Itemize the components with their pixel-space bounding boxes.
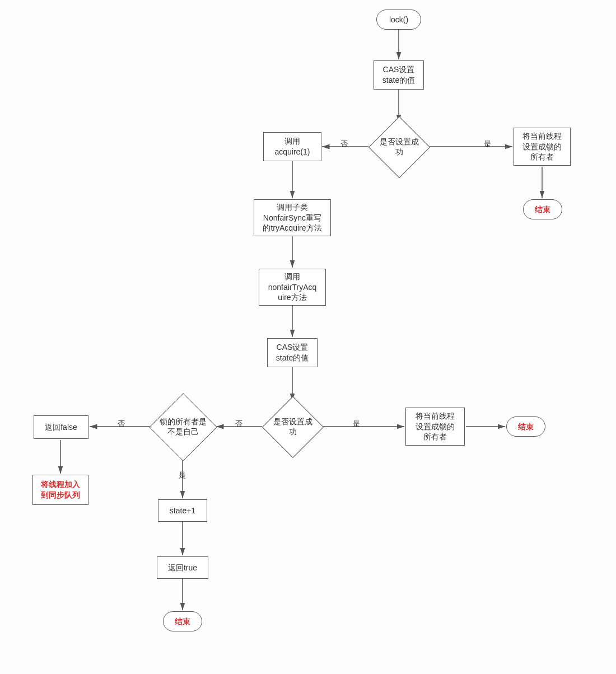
acquire-node: 调用 acquire(1) xyxy=(263,132,321,161)
end2-label: 结束 xyxy=(518,422,534,432)
dec2-yes-label: 是 xyxy=(353,419,360,429)
dec2-no-label: 否 xyxy=(235,419,242,429)
setowner2-label: 将当前线程 设置成锁的 所有者 xyxy=(416,411,455,443)
end1-node: 结束 xyxy=(523,199,562,219)
setowner1-node: 将当前线程 设置成锁的 所有者 xyxy=(514,128,571,166)
setowner2-node: 将当前线程 设置成锁的 所有者 xyxy=(405,408,465,446)
cas2-label: CAS设置 state的值 xyxy=(276,342,309,363)
dec3-no-label: 否 xyxy=(118,419,125,429)
rettrue-node: 返回true xyxy=(157,556,208,579)
retfalse-label: 返回false xyxy=(45,422,77,433)
start-node: lock() xyxy=(376,10,421,30)
stateinc-node: state+1 xyxy=(158,499,207,522)
retfalse-node: 返回false xyxy=(34,415,88,439)
nonfairtry-node: 调用 nonfairTryAcq uire方法 xyxy=(259,269,326,306)
end3-label: 结束 xyxy=(175,616,190,627)
setowner1-label: 将当前线程 设置成锁的 所有者 xyxy=(522,131,562,163)
enqueue-label: 将线程加入 到同步队列 xyxy=(41,479,80,500)
tryacquire-label: 调用子类 NonfairSync重写 的tryAcquire方法 xyxy=(263,202,321,234)
acquire-label: 调用 acquire(1) xyxy=(274,136,310,157)
dec1-node: 是否设置成功 xyxy=(368,116,430,178)
dec1-yes-label: 是 xyxy=(484,139,491,149)
start-label: lock() xyxy=(389,15,408,25)
cas1-label: CAS设置 state的值 xyxy=(382,64,415,86)
rettrue-label: 返回true xyxy=(168,563,197,573)
end2-node: 结束 xyxy=(506,416,545,437)
enqueue-node: 将线程加入 到同步队列 xyxy=(32,475,88,505)
end3-node: 结束 xyxy=(163,611,202,631)
nonfairtry-label: 调用 nonfairTryAcq uire方法 xyxy=(268,272,317,303)
cas2-node: CAS设置 state的值 xyxy=(267,338,318,367)
dec1-no-label: 否 xyxy=(340,139,348,149)
dec2-label: 是否设置成功 xyxy=(272,417,314,437)
dec1-label: 是否设置成功 xyxy=(378,137,421,157)
dec2-node: 是否设置成功 xyxy=(262,396,324,458)
end1-label: 结束 xyxy=(535,204,550,215)
flowchart-connectors xyxy=(0,0,616,674)
dec3-yes-label: 是 xyxy=(179,470,186,480)
dec3-node: 锁的所有者是 不是自己 xyxy=(149,393,217,461)
cas1-node: CAS设置 state的值 xyxy=(374,60,424,90)
stateinc-label: state+1 xyxy=(170,505,195,516)
dec3-label: 锁的所有者是 不是自己 xyxy=(160,417,207,437)
tryacquire-node: 调用子类 NonfairSync重写 的tryAcquire方法 xyxy=(254,199,331,236)
